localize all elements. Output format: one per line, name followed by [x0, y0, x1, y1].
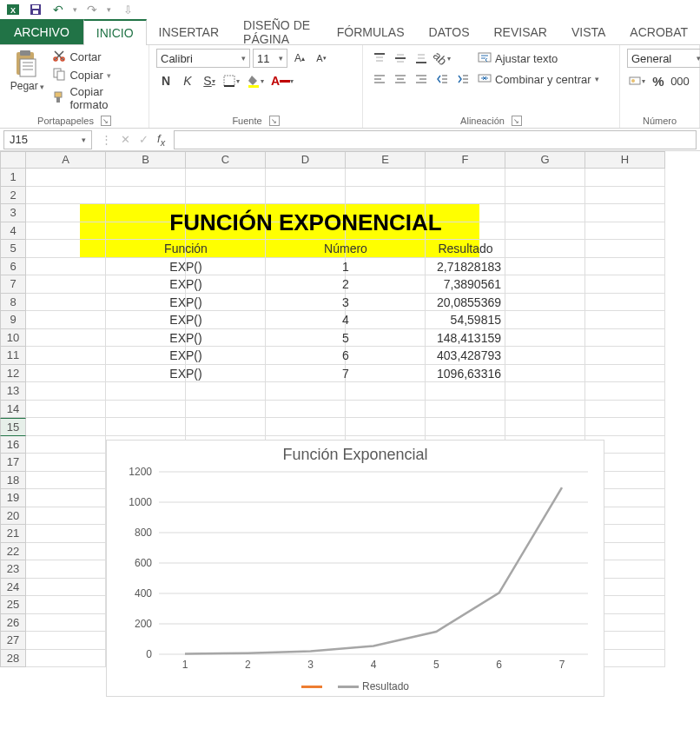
- cell[interactable]: [186, 347, 266, 365]
- decrease-font-button[interactable]: A▾: [312, 49, 331, 68]
- percent-button[interactable]: %: [649, 71, 668, 90]
- cell[interactable]: 3: [266, 294, 346, 312]
- cell[interactable]: [186, 294, 266, 312]
- increase-indent-button[interactable]: [453, 70, 472, 89]
- cell[interactable]: [346, 382, 426, 401]
- cell[interactable]: [585, 294, 665, 312]
- cell[interactable]: [505, 187, 585, 205]
- cell[interactable]: [26, 382, 106, 401]
- cell[interactable]: [266, 187, 346, 205]
- font-color-button[interactable]: A▾: [270, 71, 294, 90]
- cell[interactable]: [26, 275, 106, 294]
- row-header-25[interactable]: 25: [0, 596, 26, 614]
- formula-input[interactable]: [174, 130, 697, 149]
- row-header-18[interactable]: 18: [0, 472, 26, 490]
- col-header-E[interactable]: E: [346, 151, 426, 169]
- col-header-B[interactable]: B: [106, 151, 186, 169]
- cell[interactable]: [585, 258, 665, 276]
- cell[interactable]: [346, 294, 426, 312]
- col-header-A[interactable]: A: [26, 151, 106, 169]
- undo-button[interactable]: ↶: [50, 2, 66, 17]
- row-header-8[interactable]: 8: [0, 294, 26, 312]
- cell[interactable]: [346, 258, 426, 276]
- row-header-21[interactable]: 21: [0, 525, 26, 543]
- cell[interactable]: 4: [266, 311, 346, 329]
- font-size-combo[interactable]: 11▾: [253, 49, 287, 68]
- row-header-2[interactable]: 2: [0, 187, 26, 205]
- tab-acrobat[interactable]: ACROBAT: [617, 19, 700, 44]
- row-header-4[interactable]: 4: [0, 222, 26, 241]
- align-bottom-button[interactable]: [412, 49, 431, 68]
- cell[interactable]: [26, 311, 106, 329]
- tab-review[interactable]: REVISAR: [481, 19, 558, 44]
- cell[interactable]: [106, 169, 186, 187]
- number-format-combo[interactable]: General▾: [627, 49, 700, 68]
- cell[interactable]: [585, 401, 665, 419]
- cell[interactable]: [106, 382, 186, 401]
- col-header-G[interactable]: G: [505, 151, 585, 169]
- cell[interactable]: 1: [266, 258, 346, 276]
- cell[interactable]: [346, 275, 426, 294]
- cell[interactable]: [26, 650, 106, 668]
- cell[interactable]: [505, 294, 585, 312]
- cell[interactable]: [585, 365, 665, 383]
- cell[interactable]: [346, 187, 426, 205]
- fx-button[interactable]: fx: [157, 132, 165, 148]
- cell[interactable]: EXP(): [106, 365, 186, 383]
- cell[interactable]: [186, 365, 266, 383]
- row-header-15[interactable]: 15: [0, 418, 26, 436]
- cell[interactable]: EXP(): [106, 275, 186, 294]
- row-header-22[interactable]: 22: [0, 543, 26, 561]
- formula-menu-icon[interactable]: ⋮: [101, 133, 112, 146]
- cancel-formula-button[interactable]: ✕: [121, 133, 130, 146]
- cell[interactable]: 2: [266, 275, 346, 294]
- cell[interactable]: [186, 382, 266, 401]
- cell[interactable]: [346, 329, 426, 348]
- cell[interactable]: 20,0855369: [426, 294, 505, 312]
- row-header-26[interactable]: 26: [0, 614, 26, 633]
- cell[interactable]: [585, 240, 665, 258]
- select-all-corner[interactable]: [0, 151, 26, 169]
- cell[interactable]: [26, 258, 106, 276]
- accounting-format-button[interactable]: ▾: [627, 71, 646, 90]
- cell[interactable]: [346, 418, 426, 436]
- col-header-F[interactable]: F: [426, 151, 505, 169]
- cell[interactable]: [585, 329, 665, 348]
- cell[interactable]: [505, 204, 585, 222]
- align-top-button[interactable]: [370, 49, 389, 68]
- cell[interactable]: [266, 382, 346, 401]
- cell[interactable]: 54,59815: [426, 311, 505, 329]
- cell[interactable]: EXP(): [106, 258, 186, 276]
- cell[interactable]: 1096,63316: [426, 365, 505, 383]
- cell[interactable]: [26, 329, 106, 348]
- row-header-14[interactable]: 14: [0, 401, 26, 419]
- cell[interactable]: 6: [266, 347, 346, 365]
- cell[interactable]: [106, 187, 186, 205]
- cell[interactable]: [186, 169, 266, 187]
- wrap-text-button[interactable]: Ajustar texto: [478, 49, 599, 68]
- row-header-12[interactable]: 12: [0, 365, 26, 383]
- row-header-28[interactable]: 28: [0, 650, 26, 668]
- borders-button[interactable]: ▾: [221, 71, 241, 90]
- cell[interactable]: [26, 436, 106, 454]
- tab-page-layout[interactable]: DISEÑO DE PÁGINA: [231, 19, 325, 44]
- thousands-button[interactable]: 000: [670, 71, 690, 90]
- cell[interactable]: [26, 401, 106, 419]
- cell[interactable]: [266, 169, 346, 187]
- cell[interactable]: [26, 240, 106, 258]
- cell[interactable]: [585, 222, 665, 241]
- cell[interactable]: [346, 169, 426, 187]
- decrease-indent-button[interactable]: [433, 70, 452, 89]
- row-header-27[interactable]: 27: [0, 632, 26, 650]
- row-header-23[interactable]: 23: [0, 560, 26, 579]
- align-middle-button[interactable]: [391, 49, 410, 68]
- cell[interactable]: EXP(): [106, 329, 186, 348]
- cell[interactable]: EXP(): [106, 294, 186, 312]
- font-name-combo[interactable]: Calibri▾: [156, 49, 250, 68]
- row-header-6[interactable]: 6: [0, 258, 26, 276]
- cell[interactable]: 7,3890561: [426, 275, 505, 294]
- col-header-H[interactable]: H: [585, 151, 665, 169]
- cell[interactable]: [505, 329, 585, 348]
- tab-data[interactable]: DATOS: [417, 19, 482, 44]
- cell[interactable]: [585, 347, 665, 365]
